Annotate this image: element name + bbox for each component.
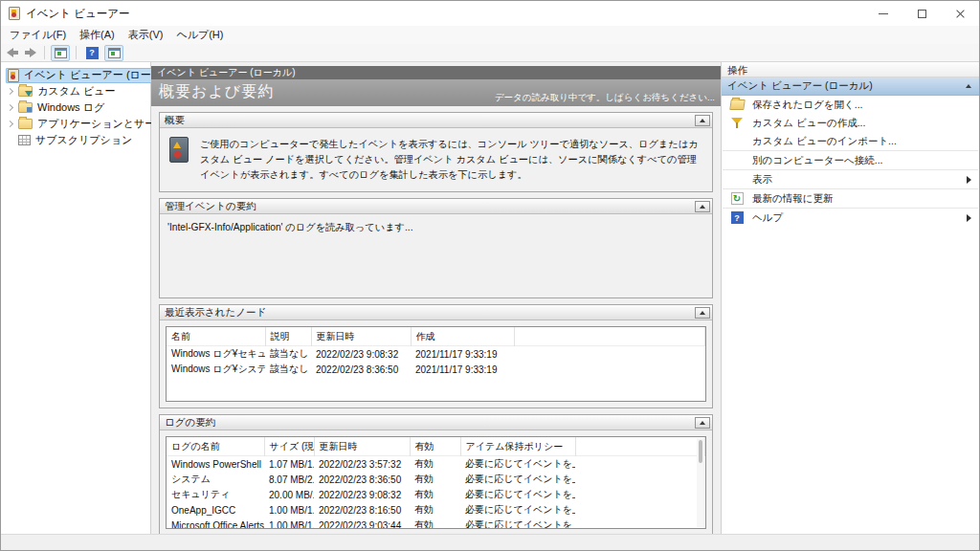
event-viewer-window: イベント ビューアー ファイル(F) 操作(A) 表示(V) ヘルプ(H) ? — [0, 0, 980, 551]
close-icon — [955, 9, 966, 19]
table-scrollbar[interactable] — [697, 438, 704, 527]
actions-group-header[interactable]: イベント ビューアー (ローカル) — [722, 77, 979, 96]
window-title: イベント ビューアー — [26, 7, 130, 21]
help-button[interactable]: ? — [82, 45, 101, 61]
admin-events-section-title: 管理イベントの要約 — [165, 200, 256, 213]
log-summary-section-title: ログの要約 — [165, 416, 215, 430]
recent-nodes-section-header[interactable]: 最近表示されたノード — [160, 305, 712, 320]
summary-sections: 概要 ご使用のコンピューターで発生したイベントを表示するには、コンソール ツリー… — [151, 106, 721, 534]
column-header-modified[interactable]: 更新日時 — [314, 437, 410, 456]
cell-modified: 2022/02/23 9:08:32 — [311, 346, 411, 363]
scrollbar-thumb[interactable] — [699, 440, 702, 463]
overview-text: ご使用のコンピューターで発生したイベントを表示するには、コンソール ツリーで適切… — [200, 137, 699, 182]
collapse-arrow-icon — [700, 119, 705, 122]
show-console-tree-button[interactable] — [51, 45, 70, 61]
tree-item-event-viewer-local[interactable]: イベント ビューアー (ローカル) — [1, 67, 150, 83]
table-row[interactable]: Windows ログ¥セキュリティ 該当なし 2022/02/23 9:08:3… — [167, 346, 705, 363]
table-row[interactable]: Windows ログ¥システム 該当なし 2022/02/23 8:36:50 … — [167, 362, 705, 377]
overview-section-header[interactable]: 概要 — [160, 113, 712, 128]
menu-file[interactable]: ファイル(F) — [3, 26, 73, 44]
column-header-size[interactable]: サイズ (現... — [264, 437, 314, 456]
action-label: 別のコンピューターへ接続... — [752, 154, 882, 167]
collapse-arrow-icon — [966, 84, 971, 88]
column-header-retention[interactable]: アイテム保持ポリシー — [460, 437, 575, 456]
action-open-saved-log[interactable]: 保存されたログを開く... — [722, 96, 979, 114]
column-header-description[interactable]: 説明 — [265, 327, 311, 346]
tree-item-app-services-logs[interactable]: アプリケーションとサービス ログ — [1, 116, 150, 132]
help-icon: ? — [731, 211, 744, 224]
actions-pane-title: 操作 — [722, 62, 979, 77]
back-button[interactable] — [5, 48, 20, 57]
chevron-right-icon[interactable] — [7, 88, 13, 95]
table-row[interactable]: システム 8.07 MB/2... 2022/02/23 8:36:50 有効 … — [167, 472, 705, 487]
table-row[interactable]: OneApp_IGCC 1.00 MB/1... 2022/02/23 8:16… — [167, 502, 705, 518]
cell-retention: 必要に応じてイベントを上書... — [460, 472, 575, 487]
collapse-button[interactable] — [695, 417, 710, 429]
cell-size: 1.07 MB/1... — [264, 456, 314, 473]
table-row[interactable]: セキュリティ 20.00 MB/... 2022/02/23 9:08:32 有… — [167, 487, 705, 502]
log-summary-section: ログの要約 ログの名前 サイズ (現... 更新 — [159, 414, 713, 534]
actions-group-title: イベント ビューアー (ローカル) — [727, 79, 873, 93]
tree-item-windows-logs[interactable]: Windows ログ — [1, 99, 150, 116]
table-row[interactable]: Windows PowerShell 1.07 MB/1... 2022/02/… — [167, 456, 705, 473]
cell-modified: 2022/02/23 8:16:50 — [314, 502, 410, 518]
overview-body: ご使用のコンピューターで発生したイベントを表示するには、コンソール ツリーで適切… — [160, 128, 712, 191]
minimize-button[interactable] — [864, 1, 902, 26]
action-label: カスタム ビューの作成... — [752, 117, 865, 130]
menu-view[interactable]: 表示(V) — [122, 26, 170, 44]
column-header-name[interactable]: 名前 — [167, 327, 265, 346]
action-import-custom-view[interactable]: カスタム ビューのインポート... — [722, 132, 979, 150]
column-header-created[interactable]: 作成 — [411, 327, 514, 346]
tree-item-label: カスタム ビュー — [37, 84, 116, 99]
cell-created: 2021/11/17 9:33:19 — [411, 346, 514, 363]
tree-item-custom-views[interactable]: カスタム ビュー — [1, 83, 150, 99]
action-connect-other-computer[interactable]: 別のコンピューターへ接続... — [722, 151, 979, 169]
cell-modified: 2022/02/23 9:03:44 — [314, 518, 410, 529]
app-services-folder-icon — [18, 119, 33, 129]
icon-slot: ↻ — [729, 192, 745, 205]
tree-item-label: Windows ログ — [37, 100, 104, 115]
admin-events-section: 管理イベントの要約 'Intel-GFX-Info/Application' の… — [159, 198, 713, 298]
help-icon: ? — [86, 47, 99, 59]
column-header-enabled[interactable]: 有効 — [410, 437, 460, 456]
close-button[interactable] — [941, 1, 979, 26]
chevron-right-icon[interactable] — [7, 121, 13, 127]
forward-button[interactable] — [23, 48, 38, 57]
action-help-submenu[interactable]: ? ヘルプ — [722, 209, 979, 227]
maximize-button[interactable] — [902, 1, 941, 26]
chevron-right-icon[interactable] — [7, 104, 13, 111]
column-header-log-name[interactable]: ログの名前 — [167, 437, 264, 456]
admin-events-section-header[interactable]: 管理イベントの要約 — [160, 199, 712, 214]
collapse-button[interactable] — [695, 201, 710, 212]
page-title: 概要および要約 — [159, 82, 274, 102]
console-tree: イベント ビューアー (ローカル) カスタム ビュー Windows ログ アプ… — [1, 62, 151, 534]
action-view-submenu[interactable]: 表示 — [722, 170, 979, 188]
menu-action[interactable]: 操作(A) — [73, 26, 122, 44]
collapse-arrow-icon — [700, 205, 705, 209]
menubar: ファイル(F) 操作(A) 表示(V) ヘルプ(H) — [1, 26, 979, 44]
overview-section: 概要 ご使用のコンピューターで発生したイベントを表示するには、コンソール ツリー… — [159, 112, 713, 192]
cell-size: 8.07 MB/2... — [264, 472, 314, 487]
status-bar — [1, 534, 979, 550]
action-create-custom-view[interactable]: カスタム ビューの作成... — [722, 114, 979, 132]
tree-item-subscriptions[interactable]: サブスクリプション — [1, 132, 150, 148]
log-summary-section-header[interactable]: ログの要約 — [160, 415, 712, 430]
console-tree-icon — [55, 48, 67, 58]
icon-slot — [729, 99, 745, 110]
cell-retention: 必要に応じてイベントを上書... — [460, 456, 575, 473]
cell-enabled: 有効 — [410, 487, 460, 502]
open-folder-icon — [729, 99, 746, 110]
collapse-button[interactable] — [695, 115, 710, 126]
column-header-modified[interactable]: 更新日時 — [311, 327, 411, 346]
action-refresh[interactable]: ↻ 最新の情報に更新 — [722, 189, 979, 208]
main-area: イベント ビューアー (ローカル) カスタム ビュー Windows ログ アプ… — [1, 62, 979, 534]
table-row[interactable]: Microsoft Office Alerts 1.00 MB/1... 202… — [167, 518, 705, 529]
window-controls — [864, 1, 979, 26]
cell-size: 1.00 MB/1... — [264, 502, 314, 518]
show-action-pane-button[interactable] — [104, 45, 123, 61]
collapse-button[interactable] — [695, 307, 710, 319]
menu-help[interactable]: ヘルプ(H) — [169, 26, 230, 44]
cell-retention: 必要に応じてイベントを上書... — [460, 518, 575, 529]
icon-slot: ? — [729, 211, 745, 224]
action-label: 表示 — [752, 173, 772, 187]
